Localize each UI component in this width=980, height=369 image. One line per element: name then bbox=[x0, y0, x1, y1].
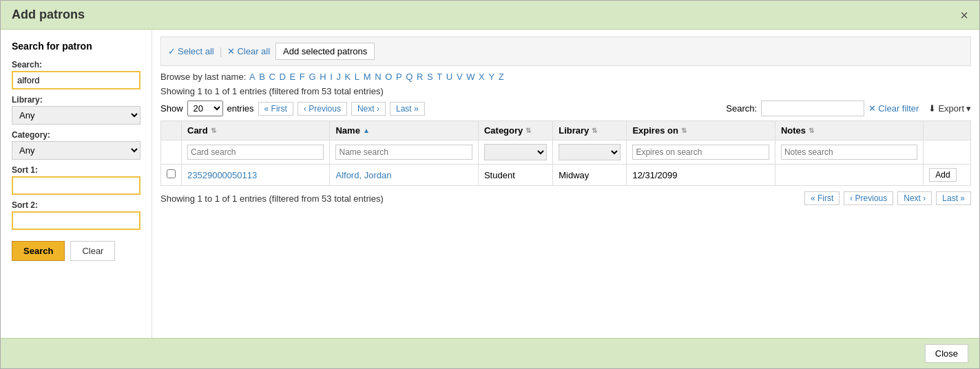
patrons-table: Card ⇅ Name ▲ Category bbox=[160, 120, 971, 186]
notes-search-input[interactable] bbox=[781, 145, 917, 160]
show-label: Show bbox=[160, 103, 183, 114]
name-sort-icon: ▲ bbox=[363, 127, 370, 134]
bottom-pagination: Showing 1 to 1 of 1 entries (filtered fr… bbox=[160, 191, 971, 205]
patron-name-link[interactable]: Alford, Jordan bbox=[335, 170, 391, 180]
sort2-label: Sort 2: bbox=[12, 200, 140, 210]
export-chevron-icon: ▾ bbox=[966, 103, 971, 114]
entries-label: entries bbox=[227, 103, 254, 114]
notes-sort-icon: ⇅ bbox=[809, 127, 814, 134]
select-all-link[interactable]: ✓ Select all bbox=[168, 46, 214, 56]
table-search-input[interactable] bbox=[761, 101, 864, 116]
th-card[interactable]: Card ⇅ bbox=[182, 121, 330, 140]
right-panel: ✓ Select all | ✕ Clear all Add selected … bbox=[152, 30, 979, 338]
sort1-label: Sort 1: bbox=[12, 165, 140, 175]
card-link[interactable]: 23529000050113 bbox=[187, 170, 257, 180]
last-button[interactable]: Last » bbox=[390, 102, 425, 116]
card-sort-icon: ⇅ bbox=[211, 127, 216, 134]
library-search-cell: Midway bbox=[553, 140, 627, 165]
library-sort-icon: ⇅ bbox=[592, 127, 597, 134]
expires-search-input[interactable] bbox=[632, 145, 769, 160]
search-button[interactable]: Search bbox=[12, 241, 65, 261]
clear-filter-button[interactable]: ✕ Clear filter bbox=[868, 103, 919, 114]
modal-title: Add patrons bbox=[12, 8, 85, 22]
close-button[interactable]: Close bbox=[925, 344, 968, 363]
name-search-cell bbox=[330, 140, 478, 165]
category-search-select[interactable]: Student bbox=[484, 144, 547, 160]
download-icon: ⬇ bbox=[928, 103, 936, 114]
th-actions bbox=[924, 121, 971, 140]
export-button[interactable]: ⬇ Export ▾ bbox=[928, 103, 971, 114]
row-library-cell: Midway bbox=[553, 165, 627, 186]
row-card-cell: 23529000050113 bbox=[182, 165, 330, 186]
show-entries-select[interactable]: 10 20 50 100 bbox=[187, 101, 223, 116]
table-row: 23529000050113 Alford, Jordan Student Mi… bbox=[161, 165, 971, 186]
row-expires-cell: 12/31/2099 bbox=[627, 165, 775, 186]
notes-search-cell bbox=[775, 140, 923, 165]
modal-close-button[interactable]: × bbox=[960, 8, 968, 22]
library-label: Library: bbox=[12, 95, 140, 105]
expires-sort-icon: ⇅ bbox=[681, 127, 687, 134]
sort1-input[interactable] bbox=[12, 176, 140, 195]
sort2-input[interactable] bbox=[12, 211, 140, 230]
showing-text-top: Showing 1 to 1 of 1 entries (filtered fr… bbox=[160, 86, 971, 96]
expires-search-cell bbox=[627, 140, 775, 165]
clear-all-link[interactable]: ✕ Clear all bbox=[227, 46, 270, 56]
category-sort-icon: ⇅ bbox=[525, 127, 531, 134]
modal-header: Add patrons × bbox=[1, 1, 979, 30]
th-notes[interactable]: Notes ⇅ bbox=[775, 121, 923, 140]
browse-label: Browse by last name: bbox=[160, 72, 249, 82]
row-actions-cell: Add bbox=[924, 165, 971, 186]
search-actions-col bbox=[924, 140, 971, 165]
th-checkbox bbox=[161, 121, 182, 140]
table-search-area: Search: ✕ Clear filter bbox=[726, 101, 919, 116]
row-checkbox[interactable] bbox=[167, 169, 176, 178]
bottom-next-button[interactable]: Next › bbox=[897, 191, 932, 205]
bottom-previous-button[interactable]: ‹ Previous bbox=[844, 191, 893, 205]
bottom-last-button[interactable]: Last » bbox=[936, 191, 971, 205]
category-select[interactable]: Any bbox=[12, 141, 140, 160]
th-library[interactable]: Library ⇅ bbox=[553, 121, 627, 140]
th-expires-on[interactable]: Expires on ⇅ bbox=[627, 121, 775, 140]
clear-button[interactable]: Clear bbox=[70, 241, 115, 261]
row-notes-cell bbox=[775, 165, 923, 186]
table-search-row: Student Midway bbox=[161, 140, 971, 165]
category-label: Category: bbox=[12, 130, 140, 140]
browse-by-name-row: Browse by last name: A B C D E F G H I J… bbox=[160, 72, 971, 82]
x-icon: ✕ bbox=[227, 46, 235, 56]
table-search-label: Search: bbox=[726, 103, 757, 114]
search-checkbox-col bbox=[161, 140, 182, 165]
left-panel: Search for patron Search: Library: Any C… bbox=[1, 30, 152, 338]
table-header-row: Card ⇅ Name ▲ Category bbox=[161, 121, 971, 140]
browse-letters: A B C D E F G H I J K L M N O P Q bbox=[249, 72, 505, 82]
table-controls: Show 10 20 50 100 entries « First ‹ Prev… bbox=[160, 101, 971, 116]
library-search-select[interactable]: Midway bbox=[559, 144, 621, 160]
showing-text-bottom: Showing 1 to 1 of 1 entries (filtered fr… bbox=[160, 193, 384, 204]
search-panel-title: Search for patron bbox=[12, 41, 140, 52]
toolbar: ✓ Select all | ✕ Clear all Add selected … bbox=[160, 36, 971, 66]
library-select[interactable]: Any bbox=[12, 106, 140, 125]
first-button[interactable]: « First bbox=[258, 102, 293, 116]
add-selected-button[interactable]: Add selected patrons bbox=[275, 43, 375, 60]
name-search-input[interactable] bbox=[335, 145, 472, 160]
check-icon: ✓ bbox=[168, 46, 176, 56]
row-checkbox-cell bbox=[161, 165, 182, 186]
category-search-cell: Student bbox=[478, 140, 552, 165]
next-button[interactable]: Next › bbox=[351, 102, 386, 116]
search-input[interactable] bbox=[12, 71, 140, 89]
bottom-first-button[interactable]: « First bbox=[804, 191, 840, 205]
modal-footer: Close bbox=[1, 338, 979, 368]
row-category-cell: Student bbox=[478, 165, 552, 186]
modal-body: Search for patron Search: Library: Any C… bbox=[1, 30, 979, 338]
card-search-input[interactable] bbox=[187, 145, 324, 160]
card-search-cell bbox=[182, 140, 330, 165]
th-category[interactable]: Category ⇅ bbox=[478, 121, 552, 140]
add-patrons-modal: Add patrons × Search for patron Search: … bbox=[0, 0, 980, 369]
row-name-cell: Alford, Jordan bbox=[330, 165, 478, 186]
x-icon-filter: ✕ bbox=[868, 103, 876, 114]
search-label: Search: bbox=[12, 60, 140, 70]
th-name[interactable]: Name ▲ bbox=[330, 121, 478, 140]
toolbar-separator: | bbox=[220, 46, 222, 57]
previous-button[interactable]: ‹ Previous bbox=[298, 102, 347, 116]
add-patron-button[interactable]: Add bbox=[929, 168, 956, 182]
